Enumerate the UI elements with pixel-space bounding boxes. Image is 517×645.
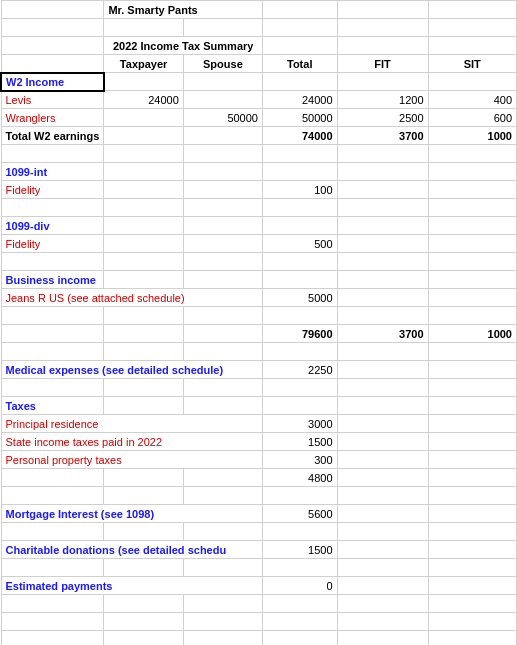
levis-total: 24000 bbox=[262, 91, 337, 109]
year-summary: 2022 Income Tax Summary bbox=[104, 37, 263, 55]
medical-label: Medical expenses (see detailed schedule) bbox=[1, 361, 262, 379]
medical-total: 2250 bbox=[262, 361, 337, 379]
title-row: Mr. Smarty Pants bbox=[1, 1, 517, 19]
taxes-subtotal: 4800 bbox=[262, 469, 337, 487]
estimated-total: 0 bbox=[262, 577, 337, 595]
taxes-subtotal-row: 4800 bbox=[1, 469, 517, 487]
title-cell bbox=[1, 1, 104, 19]
col-total: Total bbox=[262, 55, 337, 73]
year-row: 2022 Income Tax Summary bbox=[1, 37, 517, 55]
estimated-label: Estimated payments bbox=[1, 577, 262, 595]
empty-row-9 bbox=[1, 523, 517, 541]
empty-row bbox=[1, 19, 517, 37]
fidelity-div-row: Fidelity 500 bbox=[1, 235, 517, 253]
estimated-row: Estimated payments 0 bbox=[1, 577, 517, 595]
state-taxes-total: 1500 bbox=[262, 433, 337, 451]
title-value: Mr. Smarty Pants bbox=[104, 1, 263, 19]
business-income-label: Business income bbox=[1, 271, 104, 289]
grand-total-row: 79600 3700 1000 bbox=[1, 325, 517, 343]
levis-row: Levis 24000 24000 1200 400 bbox=[1, 91, 517, 109]
empty-row-5 bbox=[1, 307, 517, 325]
empty-row-10 bbox=[1, 559, 517, 577]
int-1099-row: 1099-int bbox=[1, 163, 517, 181]
charitable-total: 1500 bbox=[262, 541, 337, 559]
total-w2-label: Total W2 earnings bbox=[1, 127, 104, 145]
principal-row: Principal residence 3000 bbox=[1, 415, 517, 433]
fidelity-int-label: Fidelity bbox=[1, 181, 104, 199]
state-taxes-row: State income taxes paid in 2022 1500 bbox=[1, 433, 517, 451]
wranglers-spouse: 50000 bbox=[183, 109, 262, 127]
fidelity-int-row: Fidelity 100 bbox=[1, 181, 517, 199]
empty-row-12 bbox=[1, 613, 517, 631]
total-w2-row: Total W2 earnings 74000 3700 1000 bbox=[1, 127, 517, 145]
col-taxpayer: Taxpayer bbox=[104, 55, 183, 73]
grand-fit: 3700 bbox=[337, 325, 428, 343]
principal-label: Principal residence bbox=[1, 415, 262, 433]
jeans-row: Jeans R US (see attached schedule) 5000 bbox=[1, 289, 517, 307]
jeans-label: Jeans R US (see attached schedule) bbox=[1, 289, 262, 307]
div-1099-row: 1099-div bbox=[1, 217, 517, 235]
charitable-row: Charitable donations (see detailed sched… bbox=[1, 541, 517, 559]
business-income-row: Business income bbox=[1, 271, 517, 289]
w2-income-label: W2 Income bbox=[1, 73, 104, 91]
w2-income-row: W2 Income bbox=[1, 73, 517, 91]
medical-row: Medical expenses (see detailed schedule)… bbox=[1, 361, 517, 379]
div-1099-label: 1099-div bbox=[1, 217, 104, 235]
empty-row-6 bbox=[1, 343, 517, 361]
levis-fit: 1200 bbox=[337, 91, 428, 109]
empty-row-8 bbox=[1, 487, 517, 505]
wranglers-fit: 2500 bbox=[337, 109, 428, 127]
mortgage-label: Mortgage Interest (see 1098) bbox=[1, 505, 262, 523]
empty-row-13 bbox=[1, 631, 517, 646]
charitable-label: Charitable donations (see detailed sched… bbox=[1, 541, 262, 559]
spreadsheet: Mr. Smarty Pants 2022 Income Tax Summary… bbox=[0, 0, 517, 645]
fidelity-int-total: 100 bbox=[262, 181, 337, 199]
grand-sit: 1000 bbox=[428, 325, 516, 343]
wranglers-row: Wranglers 50000 50000 2500 600 bbox=[1, 109, 517, 127]
empty-row-11 bbox=[1, 595, 517, 613]
personal-property-total: 300 bbox=[262, 451, 337, 469]
personal-property-row: Personal property taxes 300 bbox=[1, 451, 517, 469]
fidelity-div-total: 500 bbox=[262, 235, 337, 253]
empty-row-2 bbox=[1, 145, 517, 163]
col-sit: SIT bbox=[428, 55, 516, 73]
wranglers-total: 50000 bbox=[262, 109, 337, 127]
empty-row-7 bbox=[1, 379, 517, 397]
empty-row-4 bbox=[1, 253, 517, 271]
taxes-label: Taxes bbox=[1, 397, 104, 415]
grand-total: 79600 bbox=[262, 325, 337, 343]
wranglers-sit: 600 bbox=[428, 109, 516, 127]
total-w2-fit: 3700 bbox=[337, 127, 428, 145]
total-w2-total: 74000 bbox=[262, 127, 337, 145]
principal-total: 3000 bbox=[262, 415, 337, 433]
levis-taxpayer: 24000 bbox=[104, 91, 183, 109]
mortgage-row: Mortgage Interest (see 1098) 5600 bbox=[1, 505, 517, 523]
wranglers-label: Wranglers bbox=[1, 109, 104, 127]
column-headers: Taxpayer Spouse Total FIT SIT bbox=[1, 55, 517, 73]
levis-label: Levis bbox=[1, 91, 104, 109]
col-spouse: Spouse bbox=[183, 55, 262, 73]
personal-property-label: Personal property taxes bbox=[1, 451, 262, 469]
fidelity-div-label: Fidelity bbox=[1, 235, 104, 253]
levis-sit: 400 bbox=[428, 91, 516, 109]
jeans-total: 5000 bbox=[262, 289, 337, 307]
empty-row-3 bbox=[1, 199, 517, 217]
col-fit: FIT bbox=[337, 55, 428, 73]
total-w2-sit: 1000 bbox=[428, 127, 516, 145]
mortgage-total: 5600 bbox=[262, 505, 337, 523]
state-taxes-label: State income taxes paid in 2022 bbox=[1, 433, 262, 451]
taxes-header-row: Taxes bbox=[1, 397, 517, 415]
int-1099-label: 1099-int bbox=[1, 163, 104, 181]
